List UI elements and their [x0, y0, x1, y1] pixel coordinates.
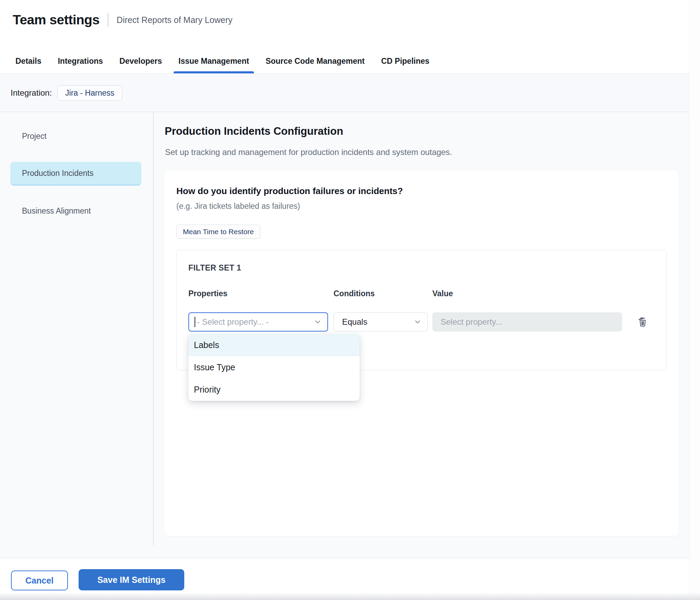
team-settings-page: Team settings Direct Reports of Mary Low… — [0, 0, 700, 600]
chevron-down-icon — [314, 318, 322, 326]
page-header: Team settings Direct Reports of Mary Low… — [0, 0, 689, 74]
value-input[interactable] — [432, 312, 622, 332]
dropdown-option-priority[interactable]: Priority — [188, 379, 360, 401]
filter-set-title: FILTER SET 1 — [188, 263, 241, 273]
integration-band: Integration: Jira - Harness — [0, 74, 689, 112]
footer-bar: Cancel Save IM Settings — [0, 558, 700, 600]
filter-set-panel: FILTER SET 1 Properties Conditions Value… — [176, 250, 667, 370]
column-header-value: Value — [432, 289, 453, 298]
section-subtitle: Set up tracking and management for produ… — [165, 147, 452, 157]
mean-time-to-restore-chip[interactable]: Mean Time to Restore — [176, 225, 260, 239]
page-title: Team settings — [13, 12, 100, 27]
question-heading: How do you identify production failures … — [176, 186, 403, 196]
section-title: Production Incidents Configuration — [165, 125, 343, 137]
tab-cd-pipelines[interactable]: CD Pipelines — [381, 48, 430, 73]
tab-source-code-management[interactable]: Source Code Management — [266, 48, 365, 73]
title-row: Team settings Direct Reports of Mary Low… — [13, 12, 232, 27]
chevron-down-icon — [413, 318, 422, 326]
page-subtitle: Direct Reports of Mary Lowery — [117, 15, 233, 25]
delete-filter-button[interactable] — [635, 315, 650, 329]
question-hint: (e.g. Jira tickets labeled as failures) — [176, 202, 300, 211]
save-im-settings-button[interactable]: Save IM Settings — [79, 569, 184, 590]
conditions-selected-value: Equals — [342, 317, 413, 327]
dropdown-option-labels[interactable]: Labels — [188, 334, 360, 356]
tab-developers[interactable]: Developers — [119, 48, 162, 73]
properties-placeholder: - Select property... - — [197, 317, 314, 327]
properties-dropdown-menu: Labels Issue Type Priority — [188, 334, 360, 401]
text-cursor — [195, 317, 195, 327]
integration-label: Integration: — [11, 88, 52, 98]
tab-integrations[interactable]: Integrations — [58, 48, 103, 73]
dropdown-option-issue-type[interactable]: Issue Type — [188, 356, 360, 379]
incidents-config-card: How do you identify production failures … — [164, 171, 679, 536]
sidebar-item-project[interactable]: Project — [10, 124, 141, 148]
sidebar-item-business-alignment[interactable]: Business Alignment — [10, 199, 141, 223]
trash-icon — [637, 316, 649, 328]
column-header-conditions: Conditions — [334, 289, 375, 298]
scroll-gutter — [689, 0, 700, 600]
sidebar-item-production-incidents[interactable]: Production Incidents — [10, 162, 141, 185]
column-header-properties: Properties — [188, 289, 228, 298]
sidebar-divider — [153, 112, 154, 546]
title-separator — [108, 13, 108, 27]
properties-select[interactable]: - Select property... - — [188, 312, 328, 332]
content-body: Project Production Incidents Business Al… — [0, 112, 689, 558]
tab-issue-management[interactable]: Issue Management — [178, 48, 249, 73]
conditions-select[interactable]: Equals — [334, 312, 428, 332]
tab-bar: Details Integrations Developers Issue Ma… — [15, 48, 429, 73]
cancel-button[interactable]: Cancel — [11, 571, 68, 590]
integration-chip[interactable]: Jira - Harness — [57, 85, 122, 101]
tab-details[interactable]: Details — [15, 48, 41, 73]
